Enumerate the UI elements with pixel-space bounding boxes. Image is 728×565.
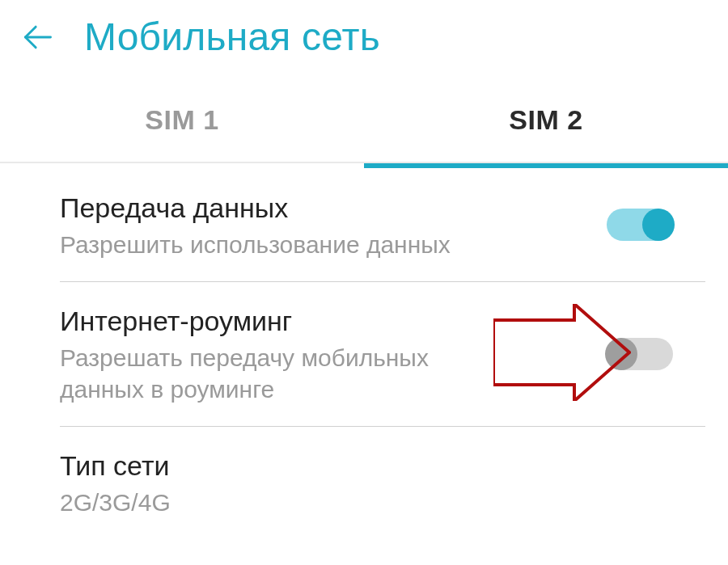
back-arrow-icon[interactable] bbox=[18, 18, 57, 57]
app-header: Мобильная сеть bbox=[0, 0, 728, 74]
toggle-mobile-data[interactable] bbox=[607, 209, 673, 241]
setting-title: Интернет-роуминг bbox=[60, 306, 705, 337]
setting-subtitle: 2G/3G/4G bbox=[60, 487, 497, 518]
toggle-data-roaming[interactable] bbox=[607, 338, 673, 370]
setting-title: Тип сети bbox=[60, 450, 705, 482]
settings-list: Передача данных Разрешить использование … bbox=[0, 168, 728, 539]
setting-data-roaming[interactable]: Интернет-роуминг Разрешать передачу моби… bbox=[0, 281, 728, 426]
setting-subtitle: Разрешать передачу мобильных данных в ро… bbox=[60, 342, 497, 405]
toggle-thumb bbox=[642, 209, 675, 241]
tab-sim1[interactable]: SIM 1 bbox=[0, 74, 364, 162]
page-title: Мобильная сеть bbox=[84, 15, 380, 59]
setting-mobile-data[interactable]: Передача данных Разрешить использование … bbox=[0, 168, 728, 281]
toggle-thumb bbox=[605, 338, 637, 370]
tab-sim2[interactable]: SIM 2 bbox=[364, 74, 728, 162]
setting-subtitle: Разрешить использование данных bbox=[60, 229, 497, 260]
sim-tabs: SIM 1 SIM 2 bbox=[0, 74, 728, 163]
setting-network-type[interactable]: Тип сети 2G/3G/4G bbox=[0, 426, 728, 539]
